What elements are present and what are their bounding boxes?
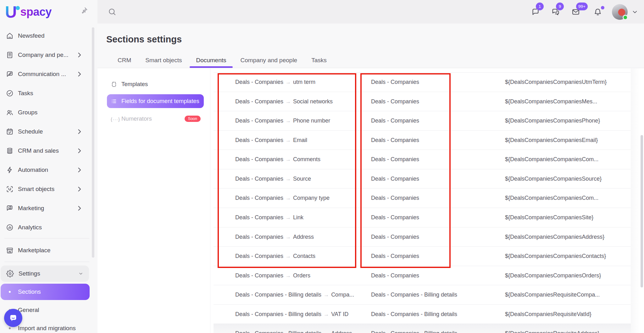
sidebar-item-company-and-pe[interactable]: Company and pe... [0, 45, 97, 64]
subnav-item-label: Fields for document templates [121, 98, 199, 105]
field-name: Email [293, 137, 307, 144]
content-scrollbar[interactable] [641, 135, 643, 287]
table-row[interactable]: Deals - Companies→ContactsDeals - Compan… [214, 246, 631, 266]
arrow-right-icon: → [286, 273, 291, 279]
smart-objects-icon [6, 185, 14, 193]
table-row[interactable]: Deals - Companies→EmailDeals - Companies… [214, 130, 631, 150]
cell-section: Deals - Companies [371, 188, 419, 208]
field-name: Company type [293, 195, 330, 201]
sidebar-item-label: Groups [18, 109, 37, 116]
sidebar-item-smart-objects[interactable]: Smart objects [0, 179, 97, 199]
search-icon[interactable] [108, 8, 116, 16]
sidebar-subitem-sections[interactable]: Sections [1, 284, 90, 300]
calendar-icon [6, 128, 14, 136]
arrow-right-icon: → [324, 330, 329, 333]
bullet-dot [9, 291, 11, 293]
sidebar-group-marketplace: Marketplace [0, 241, 97, 260]
tab-documents[interactable]: Documents [196, 53, 226, 68]
subnav-item-numerators[interactable]: {···}NumeratorsSoon [107, 112, 204, 126]
pin-sidebar-icon[interactable] [80, 6, 88, 15]
sidebar-item-automation[interactable]: Automation [0, 160, 97, 179]
support-chat-widget-button[interactable] [4, 309, 22, 327]
panel-divider [210, 68, 210, 333]
sidebar-subitem-label: Sections [18, 288, 41, 295]
numerator-icon: {···} [111, 116, 117, 122]
field-name: Address [293, 234, 314, 240]
sidebar-item-settings[interactable]: Settings [1, 265, 89, 282]
cell-field-path: Deals - Companies→Email [235, 131, 307, 150]
table-row[interactable]: Deals - Companies - Billing details→VAT … [214, 304, 631, 324]
cell-section: Deals - Companies [371, 111, 419, 130]
automation-icon [6, 166, 14, 174]
subnav-item-templates[interactable]: Templates [107, 77, 204, 91]
sidebar-item-newsfeed[interactable]: Newsfeed [0, 26, 97, 45]
cell-field-path: Deals - Companies→Source [235, 169, 311, 188]
arrow-right-icon: → [286, 253, 291, 259]
uspacy-logo[interactable]: U spacy [5, 3, 52, 21]
table-row[interactable]: Deals - Companies→CommentsDeals - Compan… [214, 150, 631, 169]
sidebar-item-label: Tasks [18, 90, 33, 97]
field-name: Phone number [293, 117, 330, 124]
chevron-right-icon [75, 70, 84, 78]
sidebar-item-label: Smart objects [18, 186, 54, 193]
sidebar-item-label: Newsfeed [18, 32, 45, 39]
list-icon [111, 98, 117, 105]
tab-smart-objects[interactable]: Smart objects [145, 53, 182, 68]
cell-template-variable: ${DealsCompaniesCompaniesOrders} [505, 266, 601, 285]
tasks-icon [6, 89, 14, 97]
communication-icon [6, 70, 14, 78]
sidebar-scrollbar[interactable] [92, 27, 94, 258]
sidebar-item-marketplace[interactable]: Marketplace [0, 241, 97, 260]
chevron-right-icon [75, 185, 84, 193]
table-row[interactable]: Deals - Companies→SourceDeals - Companie… [214, 169, 631, 188]
field-source: Deals - Companies [235, 156, 283, 163]
store-icon [6, 246, 14, 254]
tab-company-and-people[interactable]: Company and people [241, 53, 297, 68]
marketing-icon [6, 204, 14, 212]
subnav-item-label: Templates [121, 81, 148, 88]
gear-icon [6, 270, 14, 277]
sidebar-item-marketing[interactable]: Marketing [0, 199, 97, 218]
sidebar-item-schedule[interactable]: Schedule [0, 122, 97, 141]
analytics-icon [6, 223, 14, 232]
sidebar-item-label: Company and pe... [18, 52, 69, 58]
sidebar-item-groups[interactable]: Groups [0, 103, 97, 122]
cell-field-path: Deals - Companies→Link [235, 208, 303, 227]
cell-template-variable: ${DealsCompaniesCompaniesMes... [505, 92, 597, 111]
table-row[interactable]: Deals - Companies→AddressDeals - Compani… [214, 227, 631, 247]
cell-section: Deals - Companies [371, 247, 419, 266]
table-row[interactable]: Deals - Companies→Phone numberDeals - Co… [214, 111, 631, 130]
cell-template-variable: ${DealsCompaniesCompaniesCom... [505, 188, 598, 208]
cell-template-variable: ${DealsCompaniesRequisiteCompa... [505, 285, 600, 304]
profile-chevron-down-icon[interactable] [631, 8, 638, 15]
cell-section: Deals - Companies - Billing details [371, 285, 457, 304]
table-row[interactable]: Deals - Companies→OrdersDeals - Companie… [214, 266, 631, 285]
table-right-fade [631, 68, 640, 333]
page-title: Sections settings [106, 34, 182, 45]
tab-crm[interactable]: CRM [118, 53, 131, 68]
table-row[interactable]: Deals - Companies→Company typeDeals - Co… [214, 188, 631, 208]
cell-section: Deals - Companies [371, 131, 419, 150]
cell-template-variable: ${DealsCompaniesCompaniesEmail} [505, 131, 598, 150]
arrow-right-icon: → [286, 234, 291, 240]
sidebar-item-communication[interactable]: Communication ... [0, 64, 97, 84]
sidebar-item-tasks[interactable]: Tasks [0, 84, 97, 103]
tab-tasks[interactable]: Tasks [311, 53, 327, 68]
table-row[interactable]: Deals - Companies - Billing details→Comp… [214, 285, 631, 304]
table-row[interactable]: Deals - Companies - Billing details→Addr… [214, 324, 631, 333]
table-row[interactable]: Deals - Companies→LinkDeals - Companies$… [214, 208, 631, 227]
subnav-item-fields-for-document-templates[interactable]: Fields for document templates [107, 94, 204, 108]
table-row[interactable]: Deals - Companies→Social networksDeals -… [214, 92, 631, 111]
crm-icon [6, 147, 14, 155]
table-row[interactable]: Deals - Companies→utm termDeals - Compan… [214, 72, 631, 92]
cell-section: Deals - Companies [371, 150, 419, 169]
arrow-right-icon: → [286, 79, 291, 85]
cell-field-path: Deals - Companies→Social networks [235, 92, 333, 111]
logo-wordmark: spacy [20, 5, 52, 19]
arrow-right-icon: → [286, 156, 291, 163]
sidebar-item-crm-and-sales[interactable]: CRM and sales [0, 141, 97, 160]
cell-section: Deals - Companies [371, 266, 419, 285]
sidebar-item-analytics[interactable]: Analytics [0, 218, 97, 237]
field-name: Orders [293, 272, 310, 279]
cell-template-variable: ${DealsCompaniesCompaniesPhone} [505, 111, 600, 130]
